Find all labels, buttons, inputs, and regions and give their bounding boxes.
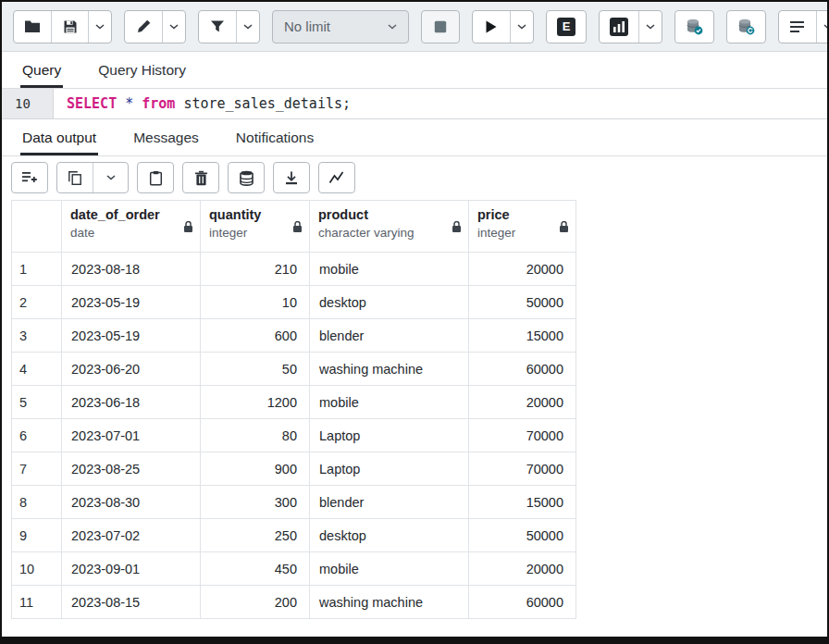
explain-icon: E xyxy=(557,18,575,36)
paste-button[interactable] xyxy=(138,163,173,192)
copy-menu-button[interactable] xyxy=(93,163,128,192)
cell-quantity[interactable]: 1200 xyxy=(201,386,310,419)
cell-price[interactable]: 15000 xyxy=(469,486,576,519)
row-number[interactable]: 4 xyxy=(12,353,62,386)
explain-analyze-menu-button[interactable] xyxy=(638,11,662,43)
cell-price[interactable]: 20000 xyxy=(469,552,576,586)
macro-button[interactable] xyxy=(779,11,816,43)
cell-date_of_order[interactable]: 2023-09-01 xyxy=(62,552,201,586)
grid-corner-header[interactable] xyxy=(12,201,62,253)
cell-product[interactable]: washing machine xyxy=(310,353,469,386)
tab-data-output[interactable]: Data output xyxy=(20,119,98,155)
cell-price[interactable]: 70000 xyxy=(469,452,576,486)
filter-menu-button[interactable] xyxy=(236,11,259,43)
cell-product[interactable]: mobile xyxy=(310,253,469,286)
execute-button[interactable] xyxy=(473,11,510,43)
tab-messages[interactable]: Messages xyxy=(131,119,201,155)
cell-price[interactable]: 70000 xyxy=(469,419,576,452)
cell-price[interactable]: 50000 xyxy=(469,286,576,319)
table-row: 102023-09-01450mobile20000 xyxy=(12,552,576,586)
copy-button[interactable] xyxy=(57,163,93,192)
save-icon xyxy=(63,19,78,34)
cell-quantity[interactable]: 200 xyxy=(201,586,310,619)
row-number[interactable]: 3 xyxy=(12,319,62,353)
cell-price[interactable]: 60000 xyxy=(469,353,576,386)
cell-quantity[interactable]: 80 xyxy=(201,419,310,452)
column-header-price[interactable]: price integer xyxy=(469,201,576,253)
cell-price[interactable]: 60000 xyxy=(469,586,576,619)
cell-date_of_order[interactable]: 2023-08-15 xyxy=(62,586,201,619)
cell-quantity[interactable]: 10 xyxy=(201,286,310,319)
execute-menu-button[interactable] xyxy=(510,11,533,43)
cell-product[interactable]: desktop xyxy=(310,286,469,319)
cell-price[interactable]: 50000 xyxy=(469,519,576,552)
cell-product[interactable]: mobile xyxy=(310,386,469,419)
stop-button[interactable] xyxy=(422,11,459,43)
row-number[interactable]: 8 xyxy=(12,486,62,519)
row-limit-select[interactable]: No limit xyxy=(272,10,409,43)
column-header-date-of-order[interactable]: date_of_order date xyxy=(62,201,201,253)
tab-query[interactable]: Query xyxy=(20,52,63,88)
cell-price[interactable]: 20000 xyxy=(469,386,576,419)
add-row-button[interactable] xyxy=(12,163,47,192)
cell-product[interactable]: washing machine xyxy=(310,586,469,619)
download-button[interactable] xyxy=(274,163,309,192)
row-number[interactable]: 5 xyxy=(12,386,62,419)
cell-date_of_order[interactable]: 2023-07-01 xyxy=(62,419,201,452)
cell-date_of_order[interactable]: 2023-05-19 xyxy=(62,286,201,319)
line-number-gutter: 10 xyxy=(2,89,54,118)
cell-price[interactable]: 15000 xyxy=(469,319,576,353)
cell-product[interactable]: blender xyxy=(310,486,469,519)
cell-date_of_order[interactable]: 2023-08-25 xyxy=(62,452,201,486)
row-number[interactable]: 11 xyxy=(12,586,62,619)
cell-date_of_order[interactable]: 2023-08-18 xyxy=(62,253,201,286)
column-header-quantity[interactable]: quantity integer xyxy=(201,201,310,253)
save-menu-button[interactable] xyxy=(88,11,111,43)
delete-row-button[interactable] xyxy=(183,163,218,192)
cell-date_of_order[interactable]: 2023-05-19 xyxy=(62,319,201,353)
cell-product[interactable]: mobile xyxy=(310,552,469,586)
tab-notifications[interactable]: Notifications xyxy=(234,119,316,155)
cell-date_of_order[interactable]: 2023-06-18 xyxy=(62,386,201,419)
cell-date_of_order[interactable]: 2023-08-30 xyxy=(62,486,201,519)
open-file-button[interactable] xyxy=(14,11,51,43)
save-button[interactable] xyxy=(51,11,88,43)
explain-analyze-button[interactable] xyxy=(600,11,638,43)
row-number[interactable]: 1 xyxy=(12,253,62,286)
cell-quantity[interactable]: 250 xyxy=(201,519,310,552)
cell-price[interactable]: 20000 xyxy=(469,253,576,286)
save-data-button[interactable] xyxy=(229,163,264,192)
add-row-group xyxy=(11,162,48,193)
macro-menu-button[interactable] xyxy=(816,11,829,43)
cell-quantity[interactable]: 50 xyxy=(201,353,310,386)
sql-code-line[interactable]: SELECT * from store_sales_details; xyxy=(54,89,351,118)
row-number[interactable]: 2 xyxy=(12,286,62,319)
line-chart-icon xyxy=(328,171,345,184)
edit-button[interactable] xyxy=(125,11,162,43)
cell-product[interactable]: Laptop xyxy=(310,452,469,486)
cell-product[interactable]: blender xyxy=(310,319,469,353)
cell-quantity[interactable]: 900 xyxy=(201,452,310,486)
column-header-product[interactable]: product character varying xyxy=(310,201,469,253)
cell-product[interactable]: desktop xyxy=(310,519,469,552)
cell-quantity[interactable]: 600 xyxy=(201,319,310,353)
explain-button[interactable]: E xyxy=(547,11,586,43)
row-number[interactable]: 6 xyxy=(12,419,62,452)
graph-visualiser-button[interactable] xyxy=(319,163,354,192)
cell-date_of_order[interactable]: 2023-06-20 xyxy=(62,353,201,386)
filter-button-group xyxy=(198,10,260,43)
cell-quantity[interactable]: 300 xyxy=(201,486,310,519)
commit-button[interactable] xyxy=(675,11,713,43)
row-number[interactable]: 9 xyxy=(12,519,62,552)
row-number[interactable]: 10 xyxy=(12,552,62,586)
rollback-button[interactable] xyxy=(727,11,765,43)
filter-button[interactable] xyxy=(199,11,236,43)
row-number[interactable]: 7 xyxy=(12,452,62,486)
cell-product[interactable]: Laptop xyxy=(310,419,469,452)
cell-quantity[interactable]: 450 xyxy=(201,552,310,586)
cell-quantity[interactable]: 210 xyxy=(201,253,310,286)
cell-date_of_order[interactable]: 2023-07-02 xyxy=(62,519,201,552)
tab-query-history[interactable]: Query History xyxy=(96,52,188,88)
sql-editor[interactable]: 10 SELECT * from store_sales_details; xyxy=(2,89,827,119)
edit-menu-button[interactable] xyxy=(162,11,185,43)
